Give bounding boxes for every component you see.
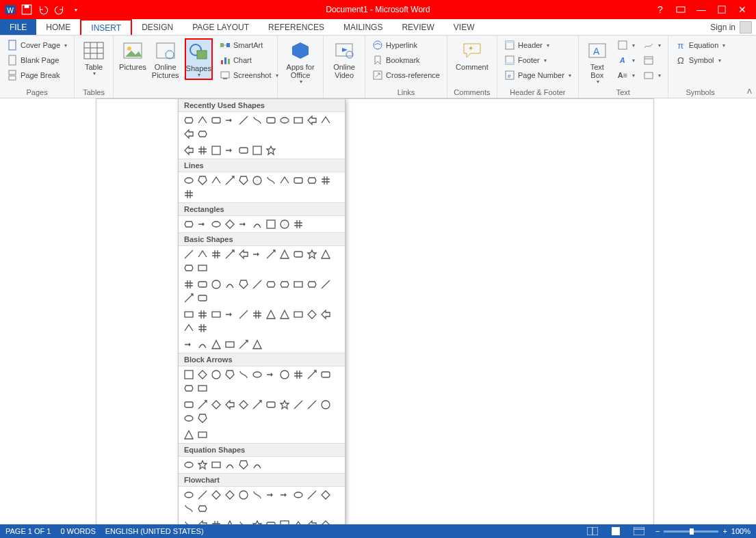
shape-item[interactable] xyxy=(320,399,332,411)
shape-item[interactable] xyxy=(196,489,209,501)
shape-item[interactable] xyxy=(196,502,209,515)
screenshot-button[interactable]: Screenshot xyxy=(218,68,280,82)
smartart-button[interactable]: SmartArt xyxy=(218,38,280,52)
shape-item[interactable] xyxy=(183,412,195,425)
shape-item[interactable] xyxy=(196,399,209,411)
shape-item[interactable] xyxy=(196,248,209,260)
zoom-out-icon[interactable]: − xyxy=(655,527,660,535)
shape-item[interactable] xyxy=(278,174,291,187)
shape-item[interactable] xyxy=(265,519,277,524)
shape-item[interactable] xyxy=(265,399,277,411)
shape-item[interactable] xyxy=(196,459,209,471)
shape-item[interactable] xyxy=(320,368,332,381)
shape-item[interactable] xyxy=(237,144,250,157)
bookmark-button[interactable]: Bookmark xyxy=(371,53,441,67)
shape-item[interactable] xyxy=(320,278,332,291)
object-button[interactable] xyxy=(642,68,662,82)
shape-item[interactable] xyxy=(237,218,250,230)
shape-item[interactable] xyxy=(278,308,291,321)
shape-item[interactable] xyxy=(278,278,291,291)
shape-item[interactable] xyxy=(306,399,318,411)
shapes-button[interactable]: Shapes xyxy=(185,38,213,80)
shape-item[interactable] xyxy=(196,429,209,441)
shape-item[interactable] xyxy=(306,519,318,524)
shape-item[interactable] xyxy=(265,144,277,157)
shape-item[interactable] xyxy=(237,308,250,321)
shape-item[interactable] xyxy=(210,459,222,471)
shape-item[interactable] xyxy=(183,218,195,230)
shape-item[interactable] xyxy=(237,519,250,524)
shape-item[interactable] xyxy=(306,368,318,381)
shape-item[interactable] xyxy=(224,308,236,321)
tab-file[interactable]: FILE xyxy=(0,19,36,35)
shape-item[interactable] xyxy=(320,174,332,187)
shape-item[interactable] xyxy=(210,368,222,381)
shape-item[interactable] xyxy=(251,218,263,230)
shape-item[interactable] xyxy=(183,382,195,394)
text-box-button[interactable]: A Text Box xyxy=(584,38,610,85)
shape-item[interactable] xyxy=(237,489,250,501)
shape-item[interactable] xyxy=(251,308,263,321)
shape-item[interactable] xyxy=(210,399,222,411)
cover-page-button[interactable]: Cover Page xyxy=(5,38,68,52)
tab-references[interactable]: REFERENCES xyxy=(259,19,334,35)
shape-item[interactable] xyxy=(210,114,222,126)
shape-item[interactable] xyxy=(265,218,277,230)
drop-cap-button[interactable]: A≡ xyxy=(616,68,636,82)
shape-item[interactable] xyxy=(196,382,209,394)
shape-item[interactable] xyxy=(251,248,263,260)
shape-item[interactable] xyxy=(251,519,263,524)
shape-item[interactable] xyxy=(224,278,236,291)
shape-item[interactable] xyxy=(183,519,195,524)
shape-item[interactable] xyxy=(251,174,263,187)
shape-item[interactable] xyxy=(183,174,195,187)
shape-item[interactable] xyxy=(196,519,209,524)
shape-item[interactable] xyxy=(183,502,195,515)
footer-button[interactable]: Footer xyxy=(503,53,573,67)
shape-item[interactable] xyxy=(292,248,304,260)
minimize-icon[interactable]: — xyxy=(694,3,708,16)
shape-item[interactable] xyxy=(320,519,332,524)
shape-item[interactable] xyxy=(278,114,291,126)
shape-item[interactable] xyxy=(265,174,277,187)
hyperlink-button[interactable]: Hyperlink xyxy=(371,38,441,52)
shape-item[interactable] xyxy=(251,114,263,126)
comment-button[interactable]: ✦ Comment xyxy=(453,38,491,71)
shape-item[interactable] xyxy=(210,218,222,230)
shape-item[interactable] xyxy=(183,338,195,351)
wordart-button[interactable]: A xyxy=(616,53,636,67)
chart-button[interactable]: Chart xyxy=(218,53,280,67)
shape-item[interactable] xyxy=(292,519,304,524)
shape-item[interactable] xyxy=(183,399,195,411)
shape-item[interactable] xyxy=(196,262,209,274)
shape-item[interactable] xyxy=(306,174,318,187)
shape-item[interactable] xyxy=(251,368,263,381)
shape-item[interactable] xyxy=(265,114,277,126)
shape-item[interactable] xyxy=(292,278,304,291)
shape-item[interactable] xyxy=(306,308,318,321)
tab-page-layout[interactable]: PAGE LAYOUT xyxy=(183,19,259,35)
shape-item[interactable] xyxy=(183,368,195,381)
page-break-button[interactable]: Page Break xyxy=(5,68,68,82)
shape-item[interactable] xyxy=(251,489,263,501)
maximize-icon[interactable] xyxy=(715,3,729,16)
shape-item[interactable] xyxy=(196,174,209,187)
shape-item[interactable] xyxy=(183,188,195,200)
shape-item[interactable] xyxy=(306,114,318,126)
shape-item[interactable] xyxy=(196,412,209,425)
shape-item[interactable] xyxy=(292,114,304,126)
shape-item[interactable] xyxy=(237,368,250,381)
tab-design[interactable]: DESIGN xyxy=(132,19,183,35)
shape-item[interactable] xyxy=(183,308,195,321)
shape-item[interactable] xyxy=(196,144,209,157)
shape-item[interactable] xyxy=(237,174,250,187)
shape-item[interactable] xyxy=(183,144,195,157)
shape-item[interactable] xyxy=(251,278,263,291)
blank-page-button[interactable]: Blank Page xyxy=(5,53,68,67)
cross-reference-button[interactable]: Cross-reference xyxy=(371,68,441,82)
shape-item[interactable] xyxy=(196,338,209,351)
zoom-in-icon[interactable]: + xyxy=(722,527,727,535)
shape-item[interactable] xyxy=(224,114,236,126)
shape-item[interactable] xyxy=(278,489,291,501)
shape-item[interactable] xyxy=(251,338,263,351)
